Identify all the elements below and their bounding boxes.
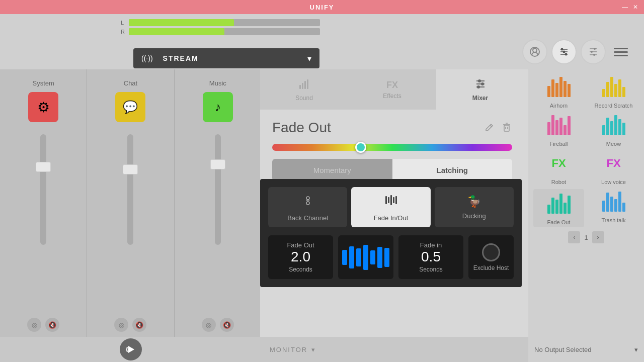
- vu-bars-middle: [338, 235, 393, 279]
- popup-tab-back-channel[interactable]: Back Channel: [268, 187, 347, 227]
- vu-label-r: R: [121, 29, 126, 35]
- sound-item-trash-talk[interactable]: Trash talk: [588, 189, 639, 227]
- listen-btn[interactable]: [120, 338, 142, 360]
- channel-music-thumb[interactable]: [210, 159, 225, 169]
- channel-system-thumb[interactable]: [36, 162, 51, 172]
- header-buttons: [522, 39, 634, 64]
- next-page-btn[interactable]: ›: [592, 231, 604, 243]
- sound-item-fade-out[interactable]: Fade Out: [533, 189, 584, 227]
- sound-item-record-scratch[interactable]: Record Scratch: [588, 74, 639, 109]
- sound-item-meow[interactable]: Meow: [588, 113, 639, 147]
- fade-in-box: Fade in 0.5 Seconds: [398, 235, 463, 279]
- sound-item-robot[interactable]: FX Robot: [533, 151, 584, 185]
- channel-chat-controls: ◎ 🔇: [114, 318, 146, 332]
- title-bar: UNIFY — ✕: [0, 0, 644, 14]
- soundboard-pagination: ‹ 1 ›: [533, 231, 639, 243]
- popup-tab-fade-in-out[interactable]: Fade In/Out: [351, 187, 430, 227]
- close-btn[interactable]: ✕: [633, 4, 638, 11]
- bar: [555, 120, 558, 135]
- bar: [614, 199, 617, 212]
- bar: [559, 194, 562, 214]
- channel-chat-fader[interactable]: [127, 134, 133, 245]
- sound-item-fireball[interactable]: Fireball: [533, 113, 584, 147]
- fade-in-out-icon: [384, 193, 398, 210]
- vu-v-bar-3: [356, 248, 361, 266]
- fade-panel: Fade Out: [260, 110, 524, 186]
- channel-strips: System ⚙ ◎ 🔇 Chat 💬 ◎ 🔇: [0, 69, 262, 337]
- sound-item-low-voice[interactable]: FX Low voice: [588, 151, 639, 185]
- sound-item-airhorn[interactable]: Airhorn: [533, 74, 584, 109]
- svg-point-11: [594, 48, 596, 50]
- bar: [551, 115, 554, 135]
- no-output-section[interactable]: No Output Selected ▾: [528, 337, 644, 362]
- prev-page-btn[interactable]: ‹: [568, 231, 580, 243]
- channel-music-monitor[interactable]: ◎: [202, 318, 216, 332]
- bar: [547, 86, 550, 97]
- airhorn-label: Airhorn: [550, 103, 568, 109]
- channel-system-monitor[interactable]: ◎: [27, 318, 41, 332]
- color-slider[interactable]: [272, 144, 512, 151]
- channel-chat-mute[interactable]: 🔇: [132, 318, 146, 332]
- color-slider-thumb[interactable]: [355, 142, 366, 153]
- bar: [618, 192, 621, 212]
- stream-selector[interactable]: ((·)) STREAM ▾: [133, 48, 319, 68]
- channel-chat-thumb[interactable]: [123, 164, 138, 174]
- channel-music-mute[interactable]: 🔇: [220, 318, 234, 332]
- fade-out-bars: [547, 194, 571, 214]
- minimize-btn[interactable]: —: [622, 4, 628, 11]
- channel-system-mute[interactable]: 🔇: [45, 318, 59, 332]
- mixer-btn[interactable]: [581, 39, 606, 64]
- channel-system-fader[interactable]: [40, 134, 46, 245]
- fade-out-value: 2.0: [291, 250, 310, 264]
- robot-fx-label: FX: [551, 157, 566, 170]
- monitor-chevron: ▾: [311, 346, 315, 353]
- back-channel-icon: [301, 193, 315, 210]
- vu-v-bar-5: [370, 250, 375, 264]
- fade-in-value: 0.5: [421, 250, 441, 264]
- vu-v-bar-7: [384, 248, 389, 267]
- exclude-host-circle[interactable]: [482, 243, 500, 261]
- vu-v-bar-2: [349, 246, 354, 268]
- record-scratch-label: Record Scratch: [595, 103, 633, 109]
- robot-label: Robot: [551, 179, 566, 185]
- channel-music-fader[interactable]: [215, 134, 221, 245]
- exclude-host-box: Exclude Host: [468, 235, 514, 279]
- bar: [555, 83, 558, 97]
- fade-delete-btn[interactable]: [501, 121, 512, 135]
- bar: [559, 118, 562, 135]
- fade-edit-btn[interactable]: [484, 121, 495, 135]
- ducking-icon: 🦆: [467, 195, 481, 208]
- trash-talk-icon: [596, 189, 631, 214]
- channel-chat-monitor[interactable]: ◎: [114, 318, 128, 332]
- fade-out-sound-icon: [541, 191, 577, 216]
- hamburger-menu[interactable]: [614, 42, 634, 62]
- svg-rect-34: [390, 195, 392, 205]
- momentary-btn[interactable]: Momentary: [272, 159, 392, 181]
- record-scratch-icon: [596, 74, 631, 100]
- vu-label-l: L: [121, 20, 126, 26]
- tab-effects[interactable]: FX Effects: [348, 69, 436, 110]
- fade-header: Fade Out: [272, 120, 512, 136]
- bar: [606, 118, 609, 135]
- bottom-bar: MONITOR ▾ No Output Selected ▾: [0, 337, 644, 362]
- meow-label: Meow: [606, 141, 621, 147]
- popup-tab-ducking[interactable]: 🦆 Ducking: [435, 187, 514, 227]
- tab-sound[interactable]: Sound: [260, 69, 348, 110]
- svg-point-30: [306, 202, 309, 205]
- channel-system-icon: ⚙: [28, 92, 58, 122]
- channel-system-controls: ◎ 🔇: [27, 318, 59, 332]
- page-number: 1: [584, 234, 588, 241]
- latching-btn[interactable]: Latching: [392, 159, 513, 181]
- svg-point-5: [561, 48, 564, 51]
- bar: [606, 193, 609, 212]
- listen-section: [0, 338, 262, 360]
- bottom-popup: Back Channel Fade In/Out: [260, 179, 522, 287]
- top-bar: L R ((·)) STREAM ▾: [0, 14, 644, 69]
- bar: [551, 79, 554, 97]
- channel-chat: Chat 💬 ◎ 🔇: [87, 69, 174, 337]
- equalizer-btn[interactable]: [551, 39, 577, 64]
- fade-out-box: Fade Out 2.0 Seconds: [268, 235, 333, 279]
- soundboard-grid: Airhorn Record Scratch: [533, 74, 639, 227]
- mic-settings-btn[interactable]: [522, 39, 547, 64]
- tab-mixer[interactable]: Mixer: [436, 69, 524, 110]
